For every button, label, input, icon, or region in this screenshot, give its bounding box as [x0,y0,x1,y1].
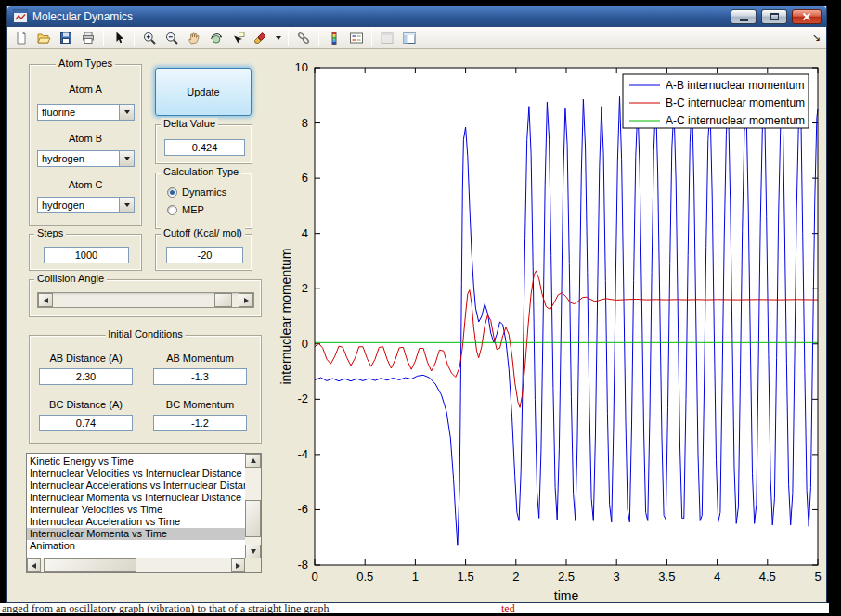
zoom-in-icon [142,31,157,45]
new-figure-button[interactable] [11,28,32,47]
hide-plot-tools-icon [380,31,395,45]
dropdown-arrow-button[interactable] [119,105,134,120]
cursor-arrow-icon [111,31,126,45]
window-title: Molecular Dynamics [32,10,133,23]
arrow-down-icon [251,549,256,554]
delta-value-field[interactable]: 0.424 [164,139,245,156]
show-plot-tools-icon [402,31,417,45]
list-item[interactable]: Internuclear Momenta vs Internuclear Dis… [27,492,245,504]
scroll-left-button[interactable] [27,558,41,572]
dropdown-arrow-button[interactable] [119,198,134,212]
insert-legend-button[interactable] [346,28,367,47]
scroll-right-button[interactable] [231,558,245,572]
radio-icon [167,205,177,215]
close-button[interactable] [792,9,822,24]
legend-icon [349,31,364,45]
scroll-up-button[interactable] [245,454,261,468]
list-item[interactable]: Internuclear Momenta vs Time [27,528,245,540]
slider-thumb[interactable] [214,293,232,307]
brush-data-button[interactable] [251,28,271,47]
svg-text:2.5: 2.5 [558,570,575,584]
svg-text:4: 4 [714,570,720,584]
plot-canvas: 00.511.522.533.544.55-8-6-4-20246810inte… [279,57,833,604]
list-item[interactable]: Internuclear Acceleration vs Time [27,516,245,528]
steps-field[interactable]: 1000 [44,247,129,263]
vertical-scroll-thumb[interactable] [245,500,261,537]
toolbar: ↘ [7,27,826,49]
ab-distance-field[interactable]: 2.30 [39,368,133,385]
link-plots-button[interactable] [293,28,314,47]
horizontal-scroll-thumb[interactable] [44,558,136,572]
delta-value-panel: Delta Value 0.424 [155,124,252,164]
pan-button[interactable] [184,28,204,47]
app-icon [13,9,28,23]
svg-text:6: 6 [302,171,308,185]
print-figure-button[interactable] [78,28,98,47]
maximize-button[interactable] [761,9,787,24]
atom-b-dropdown[interactable]: hydrogen [37,150,135,167]
svg-text:3: 3 [614,570,620,584]
dropdown-arrow-button[interactable] [119,151,134,166]
list-item[interactable]: Kinetic Energy vs Time [27,456,245,468]
minimize-button[interactable] [731,9,757,24]
horizontal-scrollbar[interactable] [27,558,245,572]
panel-title: Initial Conditions [105,328,186,340]
cutoff-field[interactable]: -20 [166,247,243,263]
scroll-down-button[interactable] [245,545,261,558]
zoom-out-button[interactable] [162,28,182,47]
slider-left-button[interactable] [38,293,53,307]
radio-option[interactable]: MEP [167,204,204,215]
svg-text:-6: -6 [297,502,308,516]
open-file-button[interactable] [33,28,54,47]
edit-plot-button[interactable] [109,28,129,47]
panel-title: Cutoff (Kcal/ mol) [161,227,245,238]
bc-momentum-field[interactable]: -1.2 [153,415,247,431]
hide-plot-tools-button[interactable] [377,28,397,47]
svg-text:B-C internuclear momentum: B-C internuclear momentum [666,96,805,109]
atom-a-label: Atom A [30,83,141,95]
list-item[interactable]: Internuclear Accelerations vs Internucle… [27,480,245,492]
atom-a-value: fluorine [38,105,119,120]
brush-dropdown-button[interactable] [273,28,283,47]
atom-c-value: hydrogen [38,198,119,212]
data-cursor-button[interactable] [228,28,249,47]
show-plot-tools-button[interactable] [399,28,420,47]
colorbar-icon [327,31,342,45]
maximize-icon [770,13,779,20]
svg-text:-8: -8 [297,558,308,571]
atom-c-dropdown[interactable]: hydrogen [37,197,135,213]
background-document: anged from an oscillatory graph (vibrati… [0,603,829,613]
minimize-icon [740,19,748,21]
ab-momentum-field[interactable]: -1.3 [153,368,247,385]
toolbar-overflow-icon[interactable]: ↘ [812,32,821,44]
link-chain-icon [296,31,311,45]
steps-panel: Steps 1000 [29,234,142,271]
atom-a-dropdown[interactable]: fluorine [37,104,135,121]
chevron-down-icon [276,36,281,40]
scrollbar-corner [245,558,261,572]
update-button[interactable]: Update [155,68,252,116]
arrow-left-icon [44,298,48,303]
titlebar[interactable]: Molecular Dynamics [7,6,826,27]
bc-distance-label: BC Distance (A) [39,399,133,410]
panel-title: Steps [34,227,66,238]
brush-icon [253,31,268,45]
list-item[interactable]: Animation [27,540,245,552]
insert-colorbar-button[interactable] [324,28,344,47]
svg-text:0: 0 [311,570,317,584]
rotate-3d-button[interactable] [206,28,226,47]
vertical-scrollbar[interactable] [245,454,261,558]
radio-option[interactable]: Dynamics [167,186,226,198]
list-item[interactable]: Internuclear Velocities vs Internuclear … [27,468,245,480]
save-figure-button[interactable] [56,28,76,47]
svg-text:A-C internuclear momentum: A-C internuclear momentum [666,114,805,127]
zoom-in-button[interactable] [139,28,160,47]
bc-distance-field[interactable]: 0.74 [39,415,133,431]
toolbar-separator [288,30,289,46]
list-item[interactable]: Internulear Velocities vs Time [27,504,245,516]
plot-type-listbox[interactable]: Kinetic Energy vs Time Internuclear Velo… [26,453,262,573]
slider-right-button[interactable] [239,293,253,307]
svg-text:0.5: 0.5 [356,570,373,584]
atom-b-label: Atom B [30,133,141,144]
collision-angle-slider[interactable] [37,292,254,308]
